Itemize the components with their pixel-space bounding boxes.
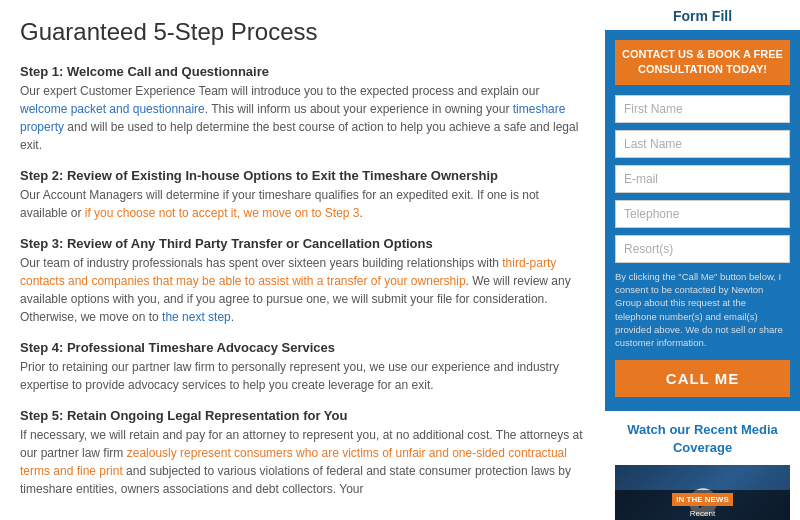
step-2-text: Our Account Managers will determine if y…: [20, 186, 585, 222]
step-1-heading: Step 1: Welcome Call and Questionnaire: [20, 64, 585, 79]
consent-text: By clicking the "Call Me" button below, …: [615, 270, 790, 350]
step-5-text: If necessary, we will retain and pay for…: [20, 426, 585, 498]
step-4-text: Prior to retaining our partner law firm …: [20, 358, 585, 394]
form-fill-title: Form Fill: [605, 0, 800, 30]
video-thumbnail[interactable]: IN THE NEWS RecentNetworkCoverage: [615, 465, 790, 520]
step-2: Step 2: Review of Existing In-house Opti…: [20, 168, 585, 222]
step-2-heading: Step 2: Review of Existing In-house Opti…: [20, 168, 585, 183]
telephone-input[interactable]: [615, 200, 790, 228]
form-box-header: CONTACT US & BOOK A FREE CONSULTATION TO…: [615, 40, 790, 85]
main-content: Guaranteed 5-Step Process Step 1: Welcom…: [0, 0, 605, 520]
step-5-heading: Step 5: Retain Ongoing Legal Representat…: [20, 408, 585, 423]
form-box: CONTACT US & BOOK A FREE CONSULTATION TO…: [605, 30, 800, 411]
watch-section: Watch our Recent Media Coverage IN THE N…: [605, 411, 800, 520]
page-title: Guaranteed 5-Step Process: [20, 18, 585, 46]
step-5: Step 5: Retain Ongoing Legal Representat…: [20, 408, 585, 498]
step-3-heading: Step 3: Review of Any Third Party Transf…: [20, 236, 585, 251]
in-the-news-badge: IN THE NEWS: [672, 493, 732, 506]
welcome-packet-link[interactable]: welcome packet and questionnaire: [20, 102, 205, 116]
email-input[interactable]: [615, 165, 790, 193]
sidebar: Form Fill CONTACT US & BOOK A FREE CONSU…: [605, 0, 800, 520]
step-1: Step 1: Welcome Call and Questionnaire O…: [20, 64, 585, 154]
step-4-heading: Step 4: Professional Timeshare Advocacy …: [20, 340, 585, 355]
next-step-link[interactable]: the next step: [162, 310, 231, 324]
step-4: Step 4: Professional Timeshare Advocacy …: [20, 340, 585, 394]
last-name-input[interactable]: [615, 130, 790, 158]
step-3: Step 3: Review of Any Third Party Transf…: [20, 236, 585, 326]
video-overlay: IN THE NEWS RecentNetworkCoverage: [615, 490, 790, 520]
video-text: RecentNetworkCoverage: [685, 509, 720, 520]
call-me-button[interactable]: CALL ME: [615, 360, 790, 397]
step-1-text: Our expert Customer Experience Team will…: [20, 82, 585, 154]
first-name-input[interactable]: [615, 95, 790, 123]
resort-input[interactable]: [615, 235, 790, 263]
watch-title: Watch our Recent Media Coverage: [610, 421, 795, 457]
step-3-text: Our team of industry professionals has s…: [20, 254, 585, 326]
